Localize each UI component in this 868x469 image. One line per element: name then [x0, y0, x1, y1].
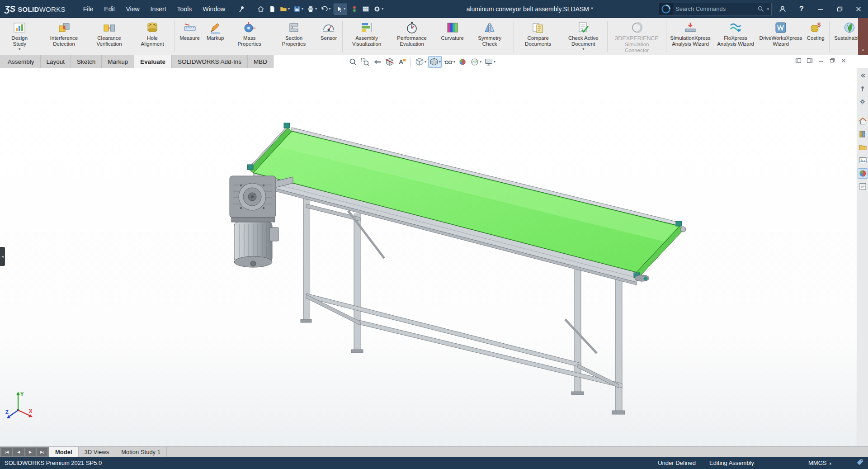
user-account-icon[interactable]: [773, 0, 792, 18]
task-pane-collapse-chevrons-icon[interactable]: [858, 71, 868, 80]
save-icon[interactable]: ▾: [292, 4, 305, 14]
doc-close-icon[interactable]: [840, 57, 847, 64]
tab-scroll-first-icon[interactable]: |◀: [1, 448, 12, 456]
doc-restore-icon[interactable]: [829, 57, 836, 64]
view-settings-dropdown-icon[interactable]: ▾: [494, 60, 495, 64]
solidworks-resources-icon[interactable]: [858, 116, 868, 126]
ribbon-item-compare-documents[interactable]: Compare Documents: [515, 18, 561, 55]
view-orientation-dropdown-icon[interactable]: ▾: [425, 60, 426, 64]
task-pane-pin-icon[interactable]: [858, 84, 868, 93]
search-dropdown-icon[interactable]: ▾: [764, 7, 771, 11]
save-dropdown-icon[interactable]: ▾: [302, 7, 303, 11]
section-view-icon[interactable]: [384, 57, 395, 67]
ribbon-item-curvature[interactable]: Curvature: [438, 18, 467, 55]
open-dropdown-icon[interactable]: ▾: [288, 7, 290, 11]
ribbon-item-simulationxpress-analysis-wizard[interactable]: SimulationXpress Analysis Wizard: [668, 18, 713, 55]
open-document-icon[interactable]: ▾: [278, 4, 291, 14]
ribbon-item-mass-properties[interactable]: Mass Properties: [227, 18, 271, 55]
menu-view[interactable]: View: [121, 4, 144, 14]
search-commands-box[interactable]: ▾: [659, 3, 772, 15]
undo-icon[interactable]: ▾: [319, 4, 332, 14]
new-document-icon[interactable]: [267, 4, 278, 14]
conveyor-belt[interactable]: [250, 128, 684, 276]
file-properties-icon[interactable]: [360, 4, 371, 14]
search-input[interactable]: [673, 5, 757, 12]
design-study-dropdown-icon[interactable]: ▾: [19, 47, 20, 51]
ribbon-item-sensor[interactable]: Sensor: [316, 18, 341, 55]
apply-scene-dropdown-icon[interactable]: ▾: [480, 60, 481, 64]
zoom-to-area-icon[interactable]: [360, 57, 371, 67]
edit-appearance-icon[interactable]: [457, 57, 468, 67]
ribbon-item-interference-detection[interactable]: Interference Detection: [42, 18, 87, 55]
tab-assembly[interactable]: Assembly: [2, 55, 41, 68]
ribbon-item-assembly-visualization[interactable]: Assembly Visualization: [344, 18, 389, 55]
ribbon-item-check-active-document[interactable]: Check Active Document ▾: [561, 18, 606, 55]
3dexperience-compass-icon[interactable]: [659, 3, 673, 15]
tab-markup[interactable]: Markup: [102, 55, 134, 68]
menu-pin-icon[interactable]: [237, 5, 245, 13]
ribbon-item-symmetry-check[interactable]: Symmetry Check: [467, 18, 512, 55]
print-dropdown-icon[interactable]: ▾: [315, 7, 317, 11]
doc-minimize-icon[interactable]: [817, 57, 825, 64]
hide-show-items-icon[interactable]: ▾: [443, 57, 456, 67]
select-arrow-button[interactable]: ▾: [334, 4, 347, 14]
drive-gearbox[interactable]: [230, 176, 293, 218]
zoom-to-fit-icon[interactable]: [348, 57, 359, 67]
doc-pane-right-icon[interactable]: [806, 57, 813, 64]
tab-layout[interactable]: Layout: [41, 55, 71, 68]
status-tag-icon[interactable]: [856, 459, 863, 467]
menu-file[interactable]: File: [78, 4, 99, 14]
ribbon-item-clearance-verification[interactable]: Clearance Verification: [87, 18, 132, 55]
restore-button[interactable]: [830, 0, 849, 18]
file-explorer-icon[interactable]: [858, 142, 868, 152]
ribbon-collapse-strip[interactable]: ^: [858, 18, 868, 55]
menu-edit[interactable]: Edit: [99, 4, 120, 14]
annotation-views-icon[interactable]: A: [396, 57, 407, 67]
search-icon[interactable]: [757, 5, 764, 13]
display-style-icon[interactable]: ▾: [428, 56, 442, 68]
view-palette-icon[interactable]: [858, 156, 868, 165]
welcome-home-icon[interactable]: [255, 4, 266, 14]
select-dropdown-icon[interactable]: ▾: [344, 7, 345, 11]
appearances-scenes-icon[interactable]: [858, 169, 868, 178]
hide-show-dropdown-icon[interactable]: ▾: [453, 60, 455, 64]
previous-view-icon[interactable]: [372, 57, 383, 67]
menu-window[interactable]: Window: [198, 4, 230, 14]
custom-properties-icon[interactable]: [858, 182, 868, 191]
ribbon-item-floxpress-analysis-wizard[interactable]: FloXpress Analysis Wizard: [713, 18, 758, 55]
display-style-dropdown-icon[interactable]: ▾: [439, 60, 441, 64]
tab-evaluate[interactable]: Evaluate: [134, 55, 172, 68]
conveyor-belt-assembly-model[interactable]: [0, 68, 868, 446]
print-icon[interactable]: ▾: [305, 4, 318, 14]
tab-model[interactable]: Model: [49, 447, 79, 457]
tab-mbd[interactable]: MBD: [248, 55, 274, 68]
ribbon-item-markup[interactable]: Markup: [203, 18, 227, 55]
view-settings-icon[interactable]: ▾: [483, 57, 496, 67]
menu-tools[interactable]: Tools: [172, 4, 197, 14]
ribbon-item-costing[interactable]: $ Costing: [803, 18, 828, 55]
view-orientation-icon[interactable]: ▾: [414, 57, 427, 67]
reference-triad[interactable]: Y X Z: [5, 389, 34, 424]
design-library-icon[interactable]: [858, 129, 868, 139]
options-dropdown-icon[interactable]: ▾: [382, 7, 383, 11]
apply-scene-icon[interactable]: ▾: [469, 57, 482, 67]
doc-pane-left-icon[interactable]: [795, 57, 802, 64]
ribbon-collapse-icon[interactable]: ^: [862, 48, 864, 54]
ribbon-item-driveworksxpress-wizard[interactable]: DriveWorksXpress Wizard: [758, 18, 803, 55]
ribbon-item-measure[interactable]: Measure: [176, 18, 203, 55]
rebuild-icon[interactable]: [349, 4, 360, 14]
check-active-document-dropdown-icon[interactable]: ▾: [582, 47, 584, 51]
task-pane-options-icon[interactable]: [858, 97, 868, 106]
tab-3d-views[interactable]: 3D Views: [79, 447, 116, 457]
tab-motion-study-1[interactable]: Motion Study 1: [115, 447, 167, 457]
tab-sketch[interactable]: Sketch: [71, 55, 102, 68]
minimize-button[interactable]: [811, 0, 830, 18]
tab-scroll-last-icon[interactable]: ▶|: [37, 448, 47, 456]
help-icon[interactable]: ?: [792, 0, 811, 18]
ribbon-item-performance-evaluation[interactable]: Performance Evaluation: [389, 18, 434, 55]
status-units-selector[interactable]: MMGS ▴: [808, 460, 831, 466]
tab-scroll-next-icon[interactable]: ▶: [25, 448, 36, 456]
tab-solidworks-add-ins[interactable]: SOLIDWORKS Add-Ins: [172, 55, 248, 68]
undo-dropdown-icon[interactable]: ▾: [329, 7, 330, 11]
tab-scroll-prev-icon[interactable]: ◀: [13, 448, 24, 456]
